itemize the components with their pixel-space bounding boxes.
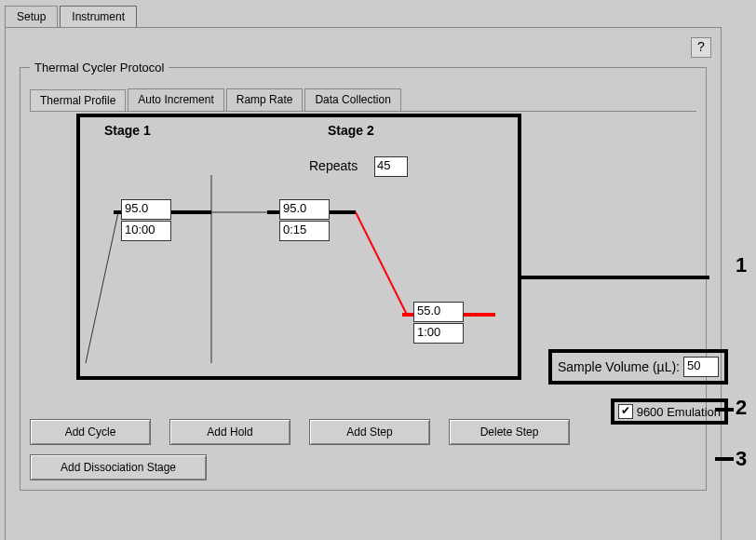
subtab-ramp-rate[interactable]: Ramp Rate	[226, 88, 304, 111]
stage2-step2-temp-input[interactable]: 55.0	[413, 302, 464, 322]
tab-instrument[interactable]: Instrument	[60, 6, 137, 28]
add-dissociation-button[interactable]: Add Dissociation Stage	[30, 454, 207, 480]
emulation-checkbox[interactable]: ✔	[618, 404, 633, 419]
stage2-step2-time-input[interactable]: 1:00	[413, 323, 464, 344]
stage1-label: Stage 1	[104, 123, 151, 138]
emulation-label: 9600 Emulation	[637, 405, 721, 419]
subtab-auto-increment[interactable]: Auto Increment	[128, 88, 223, 111]
help-icon[interactable]: ?	[691, 37, 711, 58]
subtab-thermal-profile[interactable]: Thermal Profile	[30, 89, 126, 112]
stage2-step1-time-input[interactable]: 0:15	[279, 221, 330, 241]
sample-volume-input[interactable]: 50	[683, 357, 719, 377]
repeats-input[interactable]: 45	[374, 156, 408, 177]
add-step-button[interactable]: Add Step	[309, 419, 430, 445]
tab-setup[interactable]: Setup	[5, 6, 58, 27]
stage1-time-input[interactable]: 10:00	[121, 221, 171, 241]
callout-2: 2	[736, 396, 747, 420]
emulation-box: ✔ 9600 Emulation	[611, 398, 728, 425]
add-hold-button[interactable]: Add Hold	[169, 419, 290, 445]
callout-1: 1	[736, 253, 747, 277]
repeats-label: Repeats	[309, 158, 358, 173]
stage2-step1-temp-input[interactable]: 95.0	[279, 199, 330, 220]
delete-step-button[interactable]: Delete Step	[449, 419, 570, 445]
thermal-cycler-fieldset: Thermal Cycler Protocol Thermal Profile …	[20, 61, 707, 491]
add-cycle-button[interactable]: Add Cycle	[30, 419, 151, 445]
stage1-temp-input[interactable]: 95.0	[121, 199, 171, 220]
stage2-label: Stage 2	[328, 123, 374, 138]
callout-3: 3	[736, 447, 747, 471]
subtab-data-collection[interactable]: Data Collection	[304, 88, 400, 111]
fieldset-legend: Thermal Cycler Protocol	[30, 61, 169, 74]
sample-volume-label: Sample Volume (µL):	[558, 359, 680, 374]
sample-volume-box: Sample Volume (µL): 50	[548, 349, 728, 385]
